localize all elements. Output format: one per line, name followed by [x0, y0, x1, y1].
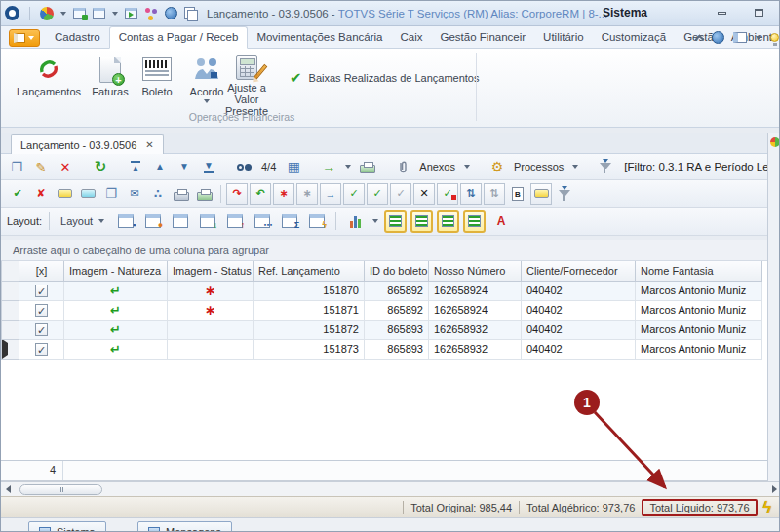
approve-disabled-icon[interactable]: ✓: [390, 183, 411, 205]
chevron-down-icon[interactable]: [464, 165, 470, 169]
cyan-card-icon[interactable]: [77, 183, 98, 205]
ribbon-tab-cadastro[interactable]: Cadastro: [46, 27, 109, 48]
unmark-all-icon[interactable]: ✘: [30, 183, 52, 205]
anexos-button[interactable]: Anexos: [417, 161, 457, 172]
chevron-down-icon[interactable]: [60, 12, 66, 16]
yellow-card-icon[interactable]: [54, 183, 75, 205]
scrollbar-thumb[interactable]: [20, 484, 102, 495]
column-header-fantasia[interactable]: Nome Fantasia: [636, 261, 762, 281]
tab-close-icon[interactable]: ✕: [145, 139, 153, 150]
table-row[interactable]: ✓ ↵ ∗ 151870 865892 162658924 040402 Mar…: [2, 281, 762, 300]
chevron-down-icon[interactable]: [112, 12, 118, 16]
panel-layout-icon[interactable]: [733, 32, 747, 43]
scroll-left-button[interactable]: [1, 483, 15, 496]
attachment-icon[interactable]: [393, 157, 412, 176]
refresh-button[interactable]: ↻: [91, 157, 110, 176]
minimize-button[interactable]: [711, 5, 732, 20]
filter-icon[interactable]: [600, 163, 611, 169]
document-tab-lancamento[interactable]: Lançamento - 03.9.0506 ✕: [11, 134, 164, 154]
document-b-icon[interactable]: B: [507, 183, 528, 205]
lancamentos-button[interactable]: Lançamentos: [13, 52, 85, 116]
view-toggle-2[interactable]: [410, 210, 433, 233]
reverse-entry-icon[interactable]: ↷: [226, 183, 248, 205]
view-toggle-1[interactable]: [384, 210, 407, 233]
bottom-shortcut-sistema[interactable]: Sistema: [28, 521, 106, 532]
column-header-status[interactable]: Imagem - Status: [168, 261, 254, 281]
mark-all-icon[interactable]: ✔: [7, 183, 28, 205]
application-menu-button[interactable]: [9, 29, 40, 47]
forward-icon[interactable]: →: [320, 183, 341, 205]
new-window-icon[interactable]: [73, 8, 86, 19]
faturas-button[interactable]: + Faturas: [87, 52, 134, 116]
first-record-button[interactable]: ▲: [131, 161, 140, 173]
edit-record-button[interactable]: ✎: [31, 157, 51, 176]
help-globe-icon[interactable]: [712, 31, 724, 44]
column-header-ref[interactable]: Ref. Lançamento: [254, 261, 365, 281]
view-toggle-4[interactable]: [463, 210, 486, 233]
cancel-disabled-icon[interactable]: ∗: [296, 183, 318, 205]
lightbulb-icon[interactable]: [770, 33, 779, 42]
column-header-natureza[interactable]: Imagem - Natureza: [64, 261, 168, 281]
processos-button[interactable]: Processos: [512, 161, 566, 172]
bottom-shortcut-mensagens[interactable]: Mensagens: [137, 521, 232, 532]
table-row-selected[interactable]: ✓ ↵ 151873 865893 162658932 040402 Marco…: [2, 339, 762, 359]
chevron-down-icon[interactable]: [372, 219, 378, 223]
active-filter-label[interactable]: [Filtro: 0.3.1 RA e Período Letivo]: [620, 161, 780, 172]
table-row[interactable]: ✓ ↵ 151872 865893 162658932 040402 Marco…: [2, 320, 762, 339]
ribbon-tab-utilitario[interactable]: Utilitário: [534, 27, 593, 48]
maximize-button[interactable]: [748, 5, 769, 20]
search-icon[interactable]: [237, 164, 244, 171]
globe-icon[interactable]: [165, 7, 177, 19]
export-button[interactable]: →: [319, 157, 338, 176]
table-row[interactable]: ✓ ↵ ∗ 151871 865892 162658924 040402 Mar…: [2, 300, 762, 320]
app-logo-icon[interactable]: [5, 6, 20, 20]
approve-alt-icon[interactable]: ✓: [367, 183, 388, 205]
ribbon-tab-contas-a-pagar[interactable]: Contas a Pagar / Receb: [109, 26, 249, 49]
reject-icon[interactable]: ✕: [413, 183, 435, 205]
row-checkbox[interactable]: ✓: [35, 285, 48, 297]
filter-funnel-icon[interactable]: [554, 183, 575, 205]
column-header-marcado[interactable]: [x]: [20, 261, 64, 281]
execute-window-icon[interactable]: [125, 8, 137, 19]
chevron-down-icon[interactable]: [572, 165, 578, 169]
ajuste-valor-presente-button[interactable]: Ajuste a Valor Presente: [212, 52, 282, 116]
group-by-bar[interactable]: Arraste aqui o cabeçalho de uma coluna p…: [1, 240, 767, 261]
export-layout-icon[interactable]: ↑: [223, 210, 247, 233]
approve-icon[interactable]: ✓: [343, 183, 365, 205]
window-icon[interactable]: [93, 8, 105, 19]
grid-view-button[interactable]: ▦: [284, 157, 303, 176]
side-panel-icon[interactable]: [770, 137, 780, 147]
cancel-entry-icon[interactable]: ∗: [273, 183, 294, 205]
sistema-menu[interactable]: Sistema: [603, 6, 647, 19]
values-swap-disabled-icon[interactable]: ⇅: [484, 183, 505, 205]
scroll-right-button[interactable]: [767, 483, 780, 496]
row-checkbox[interactable]: ✓: [35, 304, 48, 317]
fast-layout-icon[interactable]: ϟ: [305, 210, 329, 233]
chart-icon[interactable]: [343, 210, 367, 233]
chevron-down-icon[interactable]: [756, 36, 761, 40]
envelope-icon[interactable]: ✉: [124, 183, 145, 205]
column-header-boleto[interactable]: ID do boleto: [365, 261, 429, 281]
horizontal-scrollbar[interactable]: [1, 481, 780, 496]
column-header-cliente[interactable]: Cliente/Fornecedor: [522, 261, 636, 281]
ribbon-tab-customizacao[interactable]: Customizaçã: [593, 27, 675, 48]
font-button[interactable]: A: [489, 210, 513, 233]
print-icon[interactable]: [360, 165, 375, 173]
previous-record-button[interactable]: ▲: [155, 162, 165, 171]
confirm-baixa-icon[interactable]: ✓: [437, 183, 458, 205]
new-document-icon[interactable]: ❐: [100, 183, 122, 205]
view-toggle-3[interactable]: [437, 210, 459, 233]
new-record-button[interactable]: ❐: [7, 157, 26, 176]
baixas-realizadas-item[interactable]: ✔ Baixas Realizadas de Lançamentos: [290, 72, 479, 84]
ribbon-tab-movimentacoes[interactable]: Movimentações Bancária: [248, 27, 391, 48]
copy-icon[interactable]: [184, 7, 197, 19]
theme-icon[interactable]: [144, 7, 158, 20]
row-checkbox[interactable]: ✓: [35, 343, 48, 356]
last-record-button[interactable]: ▼: [204, 161, 214, 173]
next-record-button[interactable]: ▼: [179, 162, 189, 171]
column-options-icon[interactable]: ⋯: [251, 210, 274, 233]
restore-entry-icon[interactable]: ↶: [250, 183, 271, 205]
ribbon-tab-gestao-financeira[interactable]: Gestão Financeir: [432, 27, 535, 48]
chevron-down-icon[interactable]: [345, 165, 351, 169]
ribbon-tab-caixa[interactable]: Caix: [392, 27, 432, 48]
